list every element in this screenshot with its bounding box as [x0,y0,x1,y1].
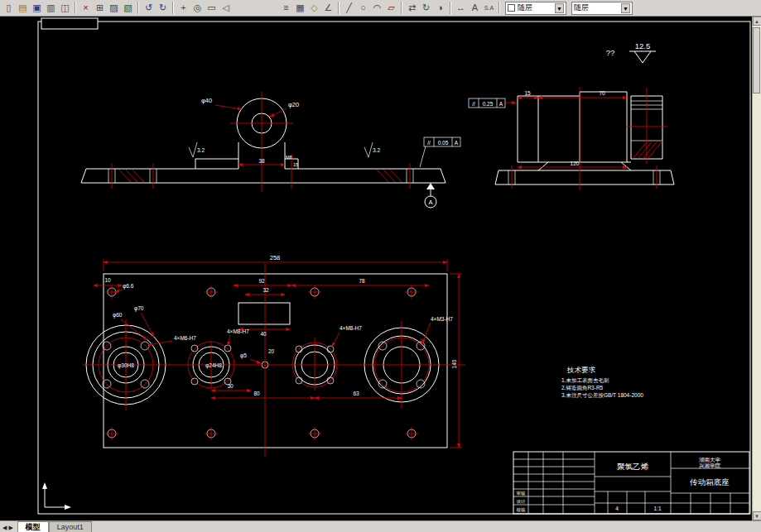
gdt-symbol: // [427,140,431,146]
side-dim70-label: 70 [599,90,605,96]
titleblock-row1-label: 审核 [517,491,527,496]
zoom-previous-icon[interactable]: ◁ [219,1,233,15]
gdt-datum-ref: A [455,140,459,146]
titleblock-row3-label: 校核 [516,507,527,512]
move-tool-icon[interactable]: ⇄ [405,1,419,15]
open-file-icon[interactable]: ▤ [16,1,30,15]
ortho-icon[interactable]: ∠ [321,1,335,15]
organization-line1: 湖南大学 [699,457,721,463]
plan-dim40-label: 40 [260,331,267,337]
tab-layout1[interactable]: Layout1 [49,521,92,532]
cut-icon[interactable]: × [79,1,93,15]
quantity-value: 4 [615,506,619,511]
roughness-symbol-icon [634,51,651,63]
plan-dia24-label: φ24H8 [205,362,222,369]
plot-preview-icon[interactable]: ◫ [58,1,72,15]
color-swatch-icon [508,4,515,12]
osnap-icon[interactable]: ◇ [307,1,321,15]
chevron-down-icon[interactable]: ▼ [555,3,564,13]
circle-tool-icon[interactable]: ○ [356,1,370,15]
save-icon[interactable]: ▣ [30,1,44,15]
text-tool-icon[interactable]: A [468,1,482,15]
autocad-window: ▯▤▣▥◫×⊞▨▧↺↻+◎▭◁≡▦◇∠╱○◠▱⇄↻◑↔AS.A随层▼随层▼ ??… [0,0,761,532]
plan-dia66-label: φ6.6 [123,283,134,290]
pocket-outline [238,303,290,324]
gdt-tolerance: 0.05 [438,140,449,146]
zoom-window-icon[interactable]: ▭ [205,1,219,15]
side-view: 15 70 120 // 0.25 A [469,87,674,190]
paste-icon[interactable]: ▨ [107,1,121,15]
drawing-canvas[interactable]: ?? 12.5 [0,17,752,520]
mirror-tool-icon[interactable]: ◑ [433,1,447,15]
notes-item-1: 1.未加工表面去毛刺 [561,377,609,383]
notes-item-3: 3.未注尺寸公差按GB/T 1804-2000 [561,392,643,398]
tab-nav-prev-icon[interactable]: ◀ [2,525,7,531]
rotate-tool-icon[interactable]: ↻ [419,1,433,15]
plan-dim63-label: 63 [353,391,359,396]
plan-dim140-label: 140 [451,359,457,368]
roughness-prefix: ?? [606,48,615,57]
pan-icon[interactable]: + [176,1,190,15]
dia40-label: φ40 [201,97,212,104]
print-icon[interactable]: ▥ [44,1,58,15]
scale-value: 1:1 [653,506,661,511]
gdt-frame-front: // 0.05 A [420,137,460,167]
plan-dia30-label: φ30H8 [118,362,134,369]
line-tool-icon[interactable]: ╱ [342,1,356,15]
copy-icon[interactable]: ⊞ [93,1,107,15]
undo-icon[interactable]: ↺ [142,1,156,15]
technical-notes: 技术要求 1.未加工表面去毛刺 2.铸造圆角R3-R5 3.未注尺寸公差按GB/… [561,366,643,398]
arc-tool-icon[interactable]: ◠ [370,1,384,15]
plan-dia60-label: φ60 [113,312,123,319]
zoom-realtime-icon[interactable]: ◎ [190,1,205,15]
gdt-frame-side: // 0.25 A [469,98,516,108]
dim-linear-icon[interactable]: ↔ [454,1,468,15]
toolbar: ▯▤▣▥◫×⊞▨▧↺↻+◎▭◁≡▦◇∠╱○◠▱⇄↻◑↔AS.A随层▼随层▼ [0,0,761,17]
toolbar-separator [75,2,76,14]
layers-icon[interactable]: ≡ [279,1,293,15]
scroll-down-icon[interactable]: ▼ [753,511,761,520]
thread-label: M8 [286,155,292,160]
layer-states-icon[interactable]: ▦ [293,1,307,15]
front-view: φ40 φ20 38 3.2 3.2 M8 15 // 0.05 [81,92,460,208]
toolbar-separator [137,2,139,14]
chevron-down-icon[interactable]: ▼ [621,3,630,13]
notes-title: 技术要求 [566,366,596,374]
dim-style-icon[interactable]: S.A [482,1,496,15]
erase-tool-icon[interactable]: ▱ [384,1,398,15]
layout-tab-bar: ◀ ▶ 模型 Layout1 [0,520,761,532]
side-dim15-label: 15 [524,90,531,96]
plan-dim10-label: 10 [104,277,111,283]
titleblock-row2-label: 设计 [517,499,527,504]
part-name-label: 传动箱底座 [689,477,730,486]
scroll-up-icon[interactable]: ▲ [753,17,761,26]
new-file-icon[interactable]: ▯ [2,1,16,15]
plan-m8b-label: 4×M8-H7 [340,325,362,331]
toolbar-separator [172,2,174,14]
thread-depth-label: 15 [293,162,298,167]
toolbar-separator [450,2,451,14]
datum-a-flag: A [425,183,436,208]
roughness-right-label: 3.2 [373,147,380,153]
material-label: 聚氯乙烯 [617,462,649,471]
color-control-value: 随层 [518,2,532,13]
redo-icon[interactable]: ↻ [156,1,170,15]
organization-line2: 兴湘学院 [699,463,721,469]
mounting-holes [105,285,418,440]
tab-nav-next-icon[interactable]: ▶ [8,525,12,531]
plan-dim80-label: 80 [253,391,260,396]
match-properties-icon[interactable]: ▧ [121,1,135,15]
vertical-scrollbar[interactable]: ▲ ▼ [752,17,761,520]
toolbar-separator [401,2,402,14]
plan-dim92-label: 92 [258,278,265,284]
scrollbar-thumb[interactable] [753,27,760,93]
roughness-left-label: 3.2 [197,147,205,153]
parts-list-stub [41,18,98,29]
tab-model[interactable]: 模型 [17,521,49,532]
color-control[interactable]: 随层▼ [505,2,566,15]
toolbar-separator [499,2,500,14]
title-block: 聚氯乙烯 湖南大学 兴湘学院 传动箱底座 4 1:1 审核 设计 校核 [513,452,749,514]
gdt-tolerance: 0.25 [483,101,494,107]
plan-dim32-label: 32 [262,287,269,293]
linetype-control[interactable]: 随层▼ [571,2,633,15]
